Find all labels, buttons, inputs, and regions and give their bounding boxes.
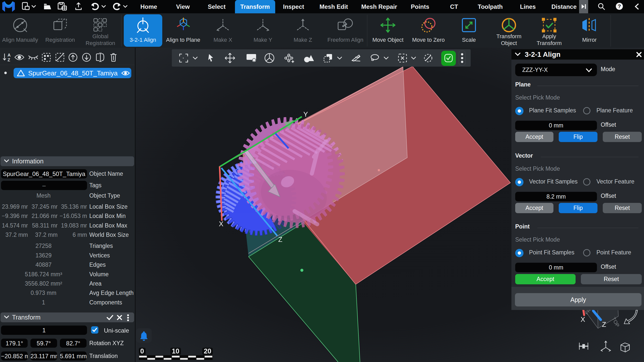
svg-text:X: X	[219, 220, 223, 228]
svg-text:Z: Z	[278, 236, 283, 243]
svg-text:Z: Z	[8, 58, 10, 62]
svg-text:Z: Z	[602, 321, 606, 328]
svg-text:0: 0	[140, 347, 144, 355]
svg-text:10: 10	[172, 347, 179, 355]
svg-text:?: ?	[618, 3, 621, 9]
svg-text:20: 20	[204, 347, 211, 355]
svg-text:A: A	[8, 53, 11, 58]
svg-text:Y: Y	[303, 111, 308, 118]
svg-text:X: X	[581, 316, 585, 323]
